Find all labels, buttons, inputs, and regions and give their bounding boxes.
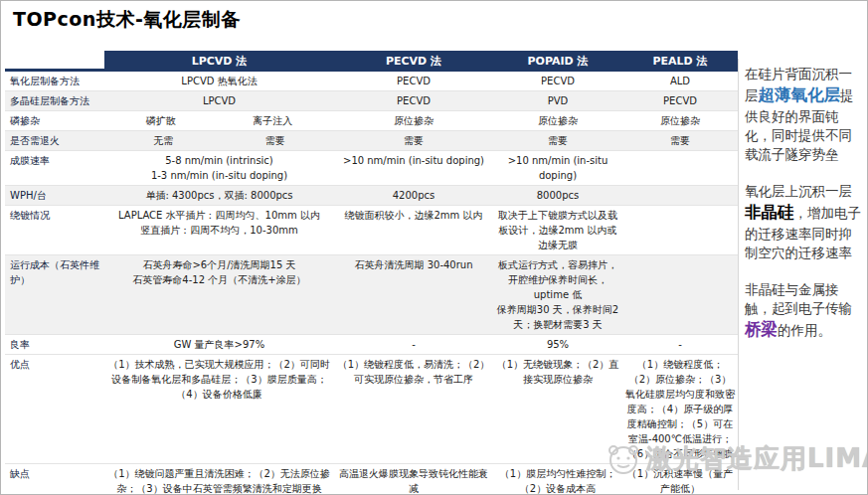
row-label: 绕镀情况 xyxy=(5,206,104,254)
row-label: 缺点 xyxy=(5,464,104,495)
sub-column-value: 无需 xyxy=(153,133,173,148)
comparison-table: LPCVD 法PECVD 法POPAID 法PEALD 法氧化层制备方法LPCV… xyxy=(5,51,738,495)
table-row: 磷掺杂磷扩散离子注入原位掺杂原位掺杂原位掺杂 xyxy=(5,111,738,131)
row-label: 运行成本（石英件维护） xyxy=(5,255,104,334)
cell-popaid: 8000pcs xyxy=(493,186,622,205)
cell-text: PECVD xyxy=(625,93,735,108)
cell-lpcvd: 磷扩散离子注入 xyxy=(104,111,334,130)
cell-text: LPCVD 热氧化法 xyxy=(107,74,331,88)
cell-text: ALD xyxy=(625,74,735,88)
row-label: 是否需退火 xyxy=(5,131,104,150)
table-row: 多晶硅层制备方法LPCVDPECVDPVDPECVD xyxy=(5,91,738,111)
header-cell-peald: PEALD 法 xyxy=(622,51,738,72)
cell-text: 高温退火爆膜现象导致钝化性能衰减 xyxy=(337,466,490,495)
sub-column-pair: 磷扩散离子注入 xyxy=(107,113,331,128)
cell-peald xyxy=(622,151,738,185)
cell-text: GW 量产良率>97% xyxy=(107,337,331,352)
sub-column-value: 离子注入 xyxy=(253,113,292,128)
table-row: 运行成本（石英件维护）石英舟寿命>6个月/清洗周期15 天石英管寿命4-12 个… xyxy=(5,255,738,335)
cell-popaid: 95% xyxy=(493,335,622,354)
row-label: 多晶硅层制备方法 xyxy=(5,91,104,110)
cell-text: 开腔维护保养时间长， xyxy=(496,272,619,287)
cell-text: 石英舟寿命>6个月/清洗周期15 天 xyxy=(107,257,331,272)
sidebar-text: 氧化层上沉积一层 xyxy=(745,183,852,199)
cell-text: 95% xyxy=(496,337,619,352)
table-row: 优点（1）技术成熟，已实现大规模应用；（2）可同时设备制备氧化层和多晶硅层；（3… xyxy=(5,355,738,464)
header-cell-lpcvd: LPCVD 法 xyxy=(104,51,334,72)
cell-text: 需要 xyxy=(496,133,619,148)
cell-popaid: 需要 xyxy=(493,131,622,150)
row-label: 良率 xyxy=(5,335,104,354)
cell-text: （1）沉积速率慢（量产产能低） xyxy=(625,466,735,495)
cell-text: 绕镀面积较小，边缘2mm 以内 xyxy=(337,208,490,223)
cell-text: 8000pcs xyxy=(496,188,619,203)
sidebar-emphasis-blue: 超薄氧化层 xyxy=(759,85,841,104)
table-row: 良率GW 量产良率>97%-95%- xyxy=(5,335,738,355)
cell-text: doping) xyxy=(496,168,619,183)
row-label: 优点 xyxy=(5,355,104,463)
cell-peald xyxy=(622,255,738,334)
cell-text: 单插: 4300pcs，双插: 8000pcs xyxy=(107,188,331,203)
cell-text: LAPLACE 水平插片：四周均匀、10mm 以内 xyxy=(107,208,331,223)
cell-peald: 原位掺杂 xyxy=(622,111,738,130)
cell-pecvd: 原位掺杂 xyxy=(334,111,493,130)
cell-text: 保养周期30 天，保养时间2 天；换靶材需要3 天 xyxy=(496,302,619,332)
sidebar-emphasis-bold: 非晶硅 xyxy=(745,203,794,222)
cell-pecvd: 高温退火爆膜现象导致钝化性能衰减 xyxy=(334,464,493,495)
cell-lpcvd: 无需需要 xyxy=(104,131,334,150)
slide: TOPcon技术-氧化层制备 LPCVD 法PECVD 法POPAID 法PEA… xyxy=(0,0,868,495)
sub-column-pair: 无需需要 xyxy=(107,133,331,148)
sidebar-text: 非晶硅与金属接触，起到电子传输 xyxy=(745,281,852,316)
sidebar-emphasis-purple: 桥梁 xyxy=(745,320,778,339)
cell-peald: 需要 xyxy=(622,131,738,150)
cell-popaid: （1）膜层均匀性难控制；（2）设备成本高 xyxy=(493,464,622,495)
cell-text: 需要 xyxy=(337,133,490,148)
table-row: 是否需退火无需需要需要需要需要 xyxy=(5,131,738,151)
cell-popaid: >10 nm/min (in-situdoping) xyxy=(493,151,622,185)
cell-text: 板式运行方式，容易摔片， xyxy=(496,257,619,272)
cell-text: PECVD xyxy=(337,74,490,88)
cell-text: PVD xyxy=(496,93,619,108)
cell-pecvd: PECVD xyxy=(334,91,493,110)
cell-text: 原位掺杂 xyxy=(496,113,619,128)
row-label: 磷掺杂 xyxy=(5,111,104,130)
cell-text: 取决于上下镀膜方式以及载板设计，边缘2mm 以内或边缘无膜 xyxy=(496,208,619,252)
cell-lpcvd: 单插: 4300pcs，双插: 8000pcs xyxy=(104,186,334,205)
cell-text: >10 nm/min (in-situ xyxy=(496,153,619,168)
cell-text: >10 nm/min (in-situ doping) xyxy=(337,153,490,168)
cell-pecvd: 绕镀面积较小，边缘2mm 以内 xyxy=(334,206,493,254)
sidebar-paragraph: 氧化层上沉积一层非晶硅，增加电子的迁移速率同时抑制空穴的迁移速率 xyxy=(745,182,863,262)
header-cell-pecvd: PECVD 法 xyxy=(334,51,493,72)
row-label: 氧化层制备方法 xyxy=(5,72,104,90)
cell-text: 5-8 nm/min (intrinsic) xyxy=(107,153,331,168)
cell-popaid: PECVD xyxy=(493,72,622,90)
cell-lpcvd: 5-8 nm/min (intrinsic)1-3 nm/min (in-sit… xyxy=(104,151,334,185)
row-label: 成膜速率 xyxy=(5,151,104,185)
table-row: 氧化层制备方法LPCVD 热氧化法PECVDPECVDALD xyxy=(5,72,738,91)
cell-lpcvd: LPCVD 热氧化法 xyxy=(104,72,334,90)
cell-text: （1）绕镀问题严重且清洗困难；（2）无法原位掺杂；（3）设备中石英管需频繁清洗和… xyxy=(107,466,331,495)
cell-lpcvd: 石英舟寿命>6个月/清洗周期15 天石英管寿命4-12 个月（不清洗+涂层） xyxy=(104,255,334,334)
cell-text: （1）绕镀程度低；（2）原位掺杂；（3）氧化硅膜层均匀度和致密度高；（4）原子级… xyxy=(625,357,735,461)
cell-text: （1）技术成熟，已实现大规模应用；（2）可同时设备制备氧化层和多晶硅层；（3）膜… xyxy=(107,357,331,402)
cell-text: 石英管寿命4-12 个月（不清洗+涂层） xyxy=(107,272,331,287)
table-row: WPH/台单插: 4300pcs，双插: 8000pcs4200pcs8000p… xyxy=(5,186,738,206)
header-cell-label xyxy=(5,51,104,72)
page-title: TOPcon技术-氧化层制备 xyxy=(13,7,241,33)
cell-popaid: 板式运行方式，容易摔片，开腔维护保养时间长，uptime 低保养周期30 天，保… xyxy=(493,255,622,334)
cell-popaid: 取决于上下镀膜方式以及载板设计，边缘2mm 以内或边缘无膜 xyxy=(493,206,622,254)
cell-pecvd: 需要 xyxy=(334,131,493,150)
cell-peald xyxy=(622,186,738,205)
cell-text: 原位掺杂 xyxy=(337,113,490,128)
cell-text: 4200pcs xyxy=(337,188,490,203)
sidebar-paragraph: 在硅片背面沉积一层超薄氧化层提供良好的界面钝化，同时提供不同载流子隧穿势垒 xyxy=(745,65,863,164)
table-row: 成膜速率5-8 nm/min (intrinsic)1-3 nm/min (in… xyxy=(5,151,738,186)
cell-text: 需要 xyxy=(625,133,735,148)
cell-peald xyxy=(622,206,738,254)
cell-text: PECVD xyxy=(337,93,490,108)
cell-text: - xyxy=(625,337,735,352)
cell-lpcvd: （1）绕镀问题严重且清洗困难；（2）无法原位掺杂；（3）设备中石英管需频繁清洗和… xyxy=(104,464,334,495)
cell-lpcvd: （1）技术成熟，已实现大规模应用；（2）可同时设备制备氧化层和多晶硅层；（3）膜… xyxy=(104,355,334,463)
cell-peald: PECVD xyxy=(622,91,738,110)
cell-pecvd: （1）绕镀程度低，易清洗；（2）可实现原位掺杂，节省工序 xyxy=(334,355,493,463)
